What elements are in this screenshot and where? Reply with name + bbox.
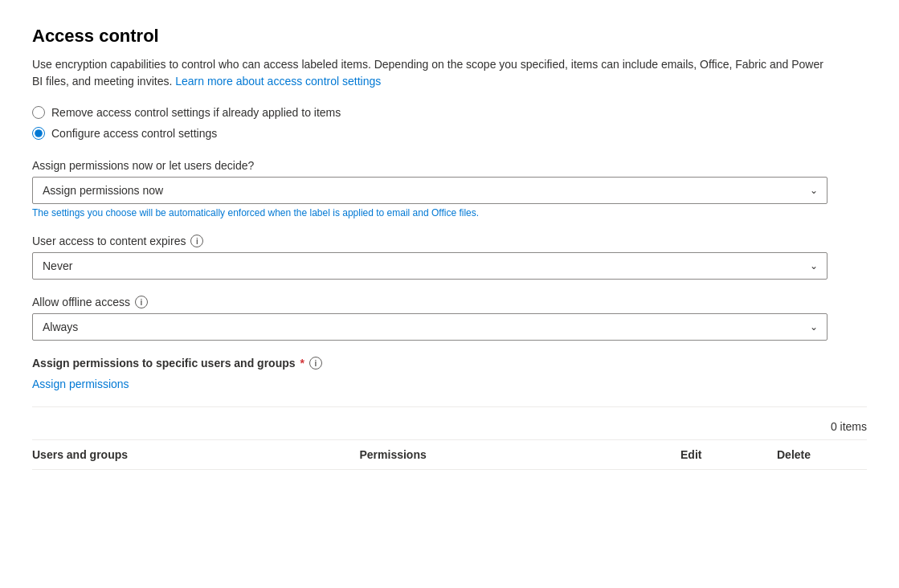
- radio-configure-input[interactable]: [32, 127, 45, 140]
- divider-top: [32, 406, 867, 407]
- table-header-edit: Edit: [674, 448, 770, 461]
- page-title: Access control: [32, 26, 867, 47]
- offline-access-section: Allow offline access i Always Never Only…: [32, 296, 867, 341]
- permissions-dropdown[interactable]: Assign permissions now Let users assign …: [32, 177, 827, 204]
- permissions-dropdown-wrapper: Assign permissions now Let users assign …: [32, 177, 827, 204]
- radio-remove-input[interactable]: [32, 106, 45, 119]
- permissions-hint-text: The settings you choose will be automati…: [32, 207, 867, 218]
- offline-access-label: Allow offline access i: [32, 296, 867, 308]
- table-header-delete: Delete: [770, 448, 867, 461]
- page-description: Use encryption capabilities to control w…: [32, 56, 827, 90]
- radio-item-remove[interactable]: Remove access control settings if alread…: [32, 106, 867, 119]
- description-text: Use encryption capabilities to control w…: [32, 58, 823, 88]
- permissions-dropdown-section: Assign permissions now or let users deci…: [32, 159, 867, 218]
- assign-specific-label: Assign permissions to specific users and…: [32, 357, 867, 370]
- user-access-dropdown[interactable]: Never On a specific date A number of day…: [32, 252, 827, 280]
- learn-more-link[interactable]: Learn more about access control settings: [175, 75, 381, 88]
- assign-permissions-link[interactable]: Assign permissions: [32, 378, 129, 390]
- permissions-dropdown-label: Assign permissions now or let users deci…: [32, 159, 867, 172]
- offline-access-dropdown-wrapper: Always Never Only for a number of days ⌄: [32, 313, 827, 341]
- table-header-permissions: Permissions: [353, 448, 675, 461]
- radio-configure-label: Configure access control settings: [51, 127, 217, 140]
- radio-group: Remove access control settings if alread…: [32, 106, 867, 140]
- user-access-dropdown-wrapper: Never On a specific date A number of day…: [32, 252, 827, 280]
- required-star: *: [300, 357, 304, 370]
- offline-access-info-icon[interactable]: i: [135, 296, 148, 308]
- offline-access-dropdown[interactable]: Always Never Only for a number of days: [32, 313, 827, 341]
- radio-item-configure[interactable]: Configure access control settings: [32, 127, 867, 140]
- table-section: 0 items Users and groups Permissions Edi…: [32, 406, 867, 470]
- radio-remove-label: Remove access control settings if alread…: [51, 106, 341, 119]
- user-access-section: User access to content expires i Never O…: [32, 235, 867, 280]
- assign-specific-info-icon[interactable]: i: [309, 357, 322, 370]
- user-access-label: User access to content expires i: [32, 235, 867, 247]
- table-header-users-groups: Users and groups: [32, 448, 353, 461]
- assign-specific-section: Assign permissions to specific users and…: [32, 357, 867, 390]
- user-access-info-icon[interactable]: i: [190, 235, 203, 247]
- items-count: 0 items: [32, 420, 867, 433]
- table-header: Users and groups Permissions Edit Delete: [32, 439, 867, 470]
